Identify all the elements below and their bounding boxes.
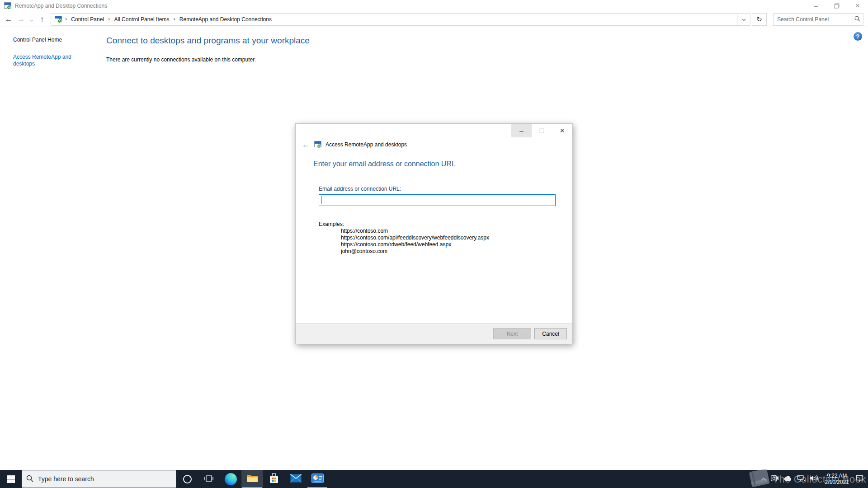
close-button[interactable]: × (847, 0, 868, 12)
taskbar-searchbox (22, 470, 176, 488)
text-caret (321, 196, 321, 204)
file-explorer-icon (246, 474, 258, 484)
store-icon (269, 473, 279, 485)
mail-button[interactable] (285, 470, 307, 488)
minimize-icon: – (519, 127, 523, 135)
breadcrumb-separator-icon: › (108, 15, 110, 23)
network-button[interactable] (795, 470, 807, 488)
email-field-wrap (319, 194, 556, 206)
remoteapp-app-icon (4, 2, 12, 9)
examples-block: Examples: https://contoso.com https://co… (319, 221, 489, 255)
remoteapp-app-icon (314, 141, 322, 148)
camera-icon (771, 475, 779, 483)
refresh-button[interactable]: ↻ (752, 13, 767, 26)
task-view-button[interactable] (198, 470, 220, 488)
up-button[interactable]: ↑ (36, 14, 48, 25)
window-caption-buttons: – × (806, 0, 868, 12)
dialog-caption-bar: – × (296, 124, 572, 137)
breadcrumb-separator-icon: › (65, 15, 67, 23)
notification-icon (856, 475, 863, 483)
control-panel-icon (311, 474, 324, 484)
close-icon: × (560, 126, 565, 136)
cloud-icon (783, 475, 793, 483)
control-panel-searchbox (773, 13, 863, 26)
dialog-title: Access RemoteApp and desktops (326, 141, 407, 148)
window-titlebar: RemoteApp and Desktop Connections – × (0, 0, 868, 12)
volume-button[interactable] (807, 470, 821, 488)
dialog-footer: Next Cancel (296, 323, 572, 344)
restore-icon (834, 3, 840, 9)
file-explorer-button[interactable] (241, 470, 263, 488)
task-view-icon (204, 474, 213, 484)
chevron-down-icon (742, 16, 746, 23)
minimize-button[interactable]: – (806, 0, 826, 12)
help-icon[interactable]: ? (854, 32, 862, 41)
edge-icon (225, 473, 237, 485)
status-text: There are currently no connections avail… (106, 56, 850, 63)
example-item: https://contoso.com/rdweb/feed/webfeed.a… (341, 241, 489, 248)
recent-locations-button[interactable] (28, 14, 35, 25)
sidebar-item-access-remoteapp[interactable]: Access RemoteApp and desktops (13, 54, 83, 67)
email-field-label: Email address or connection URL: (319, 186, 401, 192)
minimize-icon: – (814, 2, 818, 9)
mail-icon (290, 474, 302, 484)
taskbar: 9:22 AM 2/10/2021 The Collection Book (0, 470, 868, 488)
next-button[interactable]: Next (493, 328, 531, 339)
dialog-minimize-button[interactable]: – (511, 124, 532, 137)
up-icon: ↑ (40, 15, 44, 24)
cortana-icon (183, 475, 192, 483)
main-pane: Connect to desktops and programs at your… (106, 36, 850, 63)
taskbar-search-input[interactable] (38, 475, 171, 483)
access-remoteapp-dialog: – × ← Access RemoteApp and desktops Ente… (295, 123, 573, 344)
meet-now-button[interactable] (769, 470, 781, 488)
taskbar-clock[interactable]: 9:22 AM 2/10/2021 (821, 470, 854, 488)
forward-button[interactable]: → (15, 14, 27, 25)
start-button[interactable] (0, 470, 22, 488)
dialog-close-button[interactable]: × (552, 124, 572, 137)
breadcrumb: › Control Panel › All Control Panel Item… (51, 14, 737, 25)
refresh-icon: ↻ (756, 15, 762, 23)
dialog-maximize-button[interactable] (532, 124, 552, 137)
speaker-icon (810, 475, 818, 483)
back-button[interactable]: ← (3, 14, 14, 25)
dialog-back-button[interactable]: ← (302, 140, 312, 150)
remoteapp-app-icon (55, 16, 63, 23)
search-input[interactable] (777, 16, 854, 23)
close-icon: × (855, 1, 860, 10)
restore-button[interactable] (826, 0, 847, 12)
control-panel-button[interactable] (307, 470, 328, 488)
back-icon: ← (5, 15, 13, 24)
window-title: RemoteApp and Desktop Connections (15, 3, 806, 9)
sidebar-item-control-panel-home[interactable]: Control Panel Home (13, 37, 90, 43)
examples-list: https://contoso.com https://contoso.com/… (341, 228, 489, 255)
windows-logo-icon (7, 475, 15, 483)
breadcrumb-separator-icon: › (173, 15, 175, 23)
breadcrumb-all-items[interactable]: All Control Panel Items (111, 16, 172, 23)
edge-button[interactable] (220, 470, 241, 488)
back-icon: ← (302, 140, 310, 149)
onedrive-button[interactable] (781, 470, 795, 488)
system-tray: 9:22 AM 2/10/2021 (759, 470, 868, 488)
store-button[interactable] (263, 470, 285, 488)
dialog-header: ← Access RemoteApp and desktops (296, 137, 572, 152)
examples-label: Examples: (319, 221, 489, 228)
search-icon[interactable] (854, 16, 860, 23)
cortana-button[interactable] (176, 470, 198, 488)
chevron-down-icon (30, 15, 33, 24)
search-icon (26, 475, 33, 483)
action-center-button[interactable] (854, 470, 868, 488)
breadcrumb-control-panel[interactable]: Control Panel (68, 16, 107, 23)
example-item: https://contoso.com (341, 228, 489, 235)
address-dropdown-button[interactable] (737, 14, 750, 25)
clock-time: 9:22 AM (827, 473, 847, 479)
dialog-heading: Enter your email address or connection U… (313, 160, 456, 168)
address-bar: › Control Panel › All Control Panel Item… (51, 13, 750, 26)
breadcrumb-remoteapp[interactable]: RemoteApp and Desktop Connections (177, 16, 274, 23)
tray-expand-button[interactable] (759, 470, 769, 488)
sidebar: Control Panel Home Access RemoteApp and … (13, 37, 90, 67)
cancel-button[interactable]: Cancel (534, 328, 567, 339)
page-title: Connect to desktops and programs at your… (106, 36, 850, 46)
maximize-icon (539, 127, 544, 135)
email-field[interactable] (319, 194, 556, 206)
explorer-toolbar: ← → ↑ › Control Panel › All Control Pane… (0, 12, 868, 27)
